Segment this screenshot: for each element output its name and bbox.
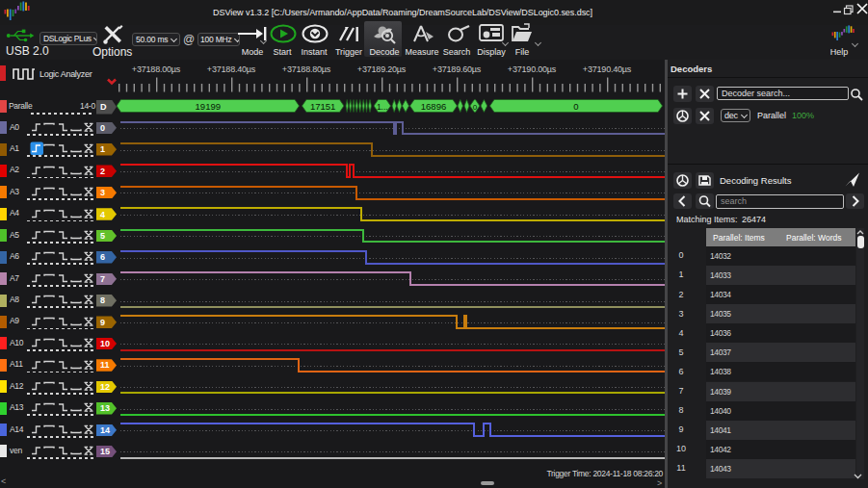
svg-text:0: 0 [573,101,578,112]
svg-text:16896: 16896 [421,101,446,112]
svg-text:17151: 17151 [310,101,335,112]
svg-text:19199: 19199 [196,101,221,112]
svg-text:1...: 1... [377,102,388,112]
svg-text:0: 0 [473,103,478,112]
